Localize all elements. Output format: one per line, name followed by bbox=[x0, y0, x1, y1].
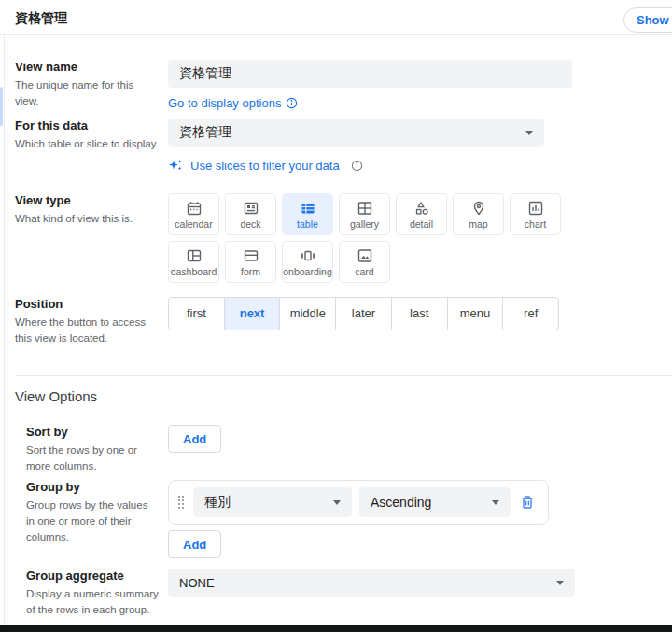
scrollbar-thumb[interactable] bbox=[0, 87, 3, 126]
group-aggregate-description: Display a numeric summary of the rows in… bbox=[26, 586, 159, 618]
view-type-calendar[interactable]: calendar bbox=[168, 193, 219, 235]
group-aggregate-label: Group aggregate bbox=[26, 569, 159, 583]
group-by-row: Group by Group rows by the values in one… bbox=[15, 480, 672, 558]
view-type-form[interactable]: form bbox=[225, 241, 276, 283]
view-type-onboarding[interactable]: onboarding bbox=[282, 241, 333, 283]
view-type-label: View type bbox=[15, 193, 159, 208]
drag-handle-icon[interactable] bbox=[176, 494, 186, 511]
view-type-dashboard[interactable]: dashboard bbox=[168, 241, 219, 283]
view-type-chart[interactable]: chart bbox=[510, 193, 561, 235]
dashboard-icon bbox=[185, 246, 203, 265]
for-this-data-description: Which table or slice to display. bbox=[15, 136, 159, 152]
view-type-table[interactable]: table bbox=[282, 193, 333, 235]
position-ref[interactable]: ref bbox=[502, 298, 558, 330]
sort-by-description: Sort the rows by one or more columns. bbox=[26, 442, 159, 474]
info-icon[interactable] bbox=[286, 97, 298, 109]
group-by-description: Group rows by the values in one or more … bbox=[26, 498, 159, 545]
view-name-description: The unique name for this view. bbox=[15, 77, 159, 109]
info-icon[interactable] bbox=[351, 160, 363, 172]
table-icon bbox=[299, 199, 317, 218]
chart-icon bbox=[526, 199, 545, 218]
use-slices-link[interactable]: Use slices to filter your data bbox=[168, 158, 363, 173]
sort-by-label: Sort by bbox=[26, 425, 159, 440]
view-type-deck[interactable]: deck bbox=[225, 193, 276, 235]
gallery-icon bbox=[356, 199, 374, 218]
chevron-down-icon bbox=[525, 131, 533, 135]
view-name-label: View name bbox=[15, 60, 159, 75]
view-type-tiles: calendar deck bbox=[168, 193, 567, 283]
view-options-section-title: View Options bbox=[15, 388, 672, 404]
group-aggregate-row: Group aggregate Display a numeric summar… bbox=[15, 569, 672, 618]
view-type-description: What kind of view this is. bbox=[15, 211, 159, 227]
deck-icon bbox=[242, 199, 260, 218]
position-first[interactable]: first bbox=[169, 298, 224, 330]
group-by-order-select[interactable]: Ascending bbox=[359, 487, 511, 517]
view-name-input[interactable] bbox=[168, 60, 572, 88]
for-this-data-select[interactable]: 資格管理 bbox=[168, 119, 544, 147]
detail-icon bbox=[413, 199, 431, 218]
view-type-detail[interactable]: detail bbox=[396, 193, 447, 235]
calendar-icon bbox=[185, 199, 203, 218]
sort-by-row: Sort by Sort the rows by one or more col… bbox=[15, 425, 672, 474]
card-icon bbox=[356, 246, 374, 265]
position-later[interactable]: later bbox=[335, 298, 391, 330]
position-label: Position bbox=[15, 297, 159, 312]
view-type-row: View type What kind of view this is. cal… bbox=[15, 193, 672, 283]
position-middle[interactable]: middle bbox=[279, 298, 335, 330]
position-last[interactable]: last bbox=[391, 298, 447, 330]
view-type-gallery[interactable]: gallery bbox=[339, 193, 390, 235]
bottom-edge-bar bbox=[0, 625, 672, 632]
chevron-down-icon bbox=[556, 581, 564, 585]
view-type-map[interactable]: map bbox=[453, 193, 504, 235]
map-pin-icon bbox=[469, 199, 488, 218]
group-by-item-card: 種別 Ascending bbox=[168, 480, 549, 525]
position-row: Position Where the button to access this… bbox=[15, 297, 672, 346]
position-description: Where the button to access this view is … bbox=[15, 315, 159, 346]
for-this-data-row: For this data Which table or slice to di… bbox=[15, 119, 672, 176]
form-icon bbox=[242, 246, 260, 265]
section-divider bbox=[15, 375, 672, 376]
for-this-data-label: For this data bbox=[15, 119, 159, 133]
view-type-card[interactable]: card bbox=[339, 241, 390, 283]
group-aggregate-select[interactable]: NONE bbox=[168, 569, 575, 597]
onboarding-icon bbox=[299, 246, 317, 265]
position-next[interactable]: next bbox=[224, 298, 280, 330]
display-options-link[interactable]: Go to display options bbox=[168, 96, 298, 110]
position-menu[interactable]: menu bbox=[447, 298, 503, 330]
sparkle-icon bbox=[168, 158, 183, 173]
panel-left-border bbox=[4, 35, 5, 625]
delete-group-by-button[interactable] bbox=[518, 490, 542, 514]
panel-header: 資格管理 Show in p bbox=[0, 0, 672, 35]
show-in-preview-button[interactable]: Show in p bbox=[623, 7, 672, 33]
view-name-row: View name The unique name for this view.… bbox=[15, 60, 672, 110]
chevron-down-icon bbox=[492, 500, 499, 505]
trash-icon bbox=[518, 493, 542, 512]
sort-by-add-button[interactable]: Add bbox=[168, 425, 221, 453]
group-by-column-select[interactable]: 種別 bbox=[193, 487, 352, 517]
chevron-down-icon bbox=[333, 500, 341, 505]
group-by-label: Group by bbox=[26, 480, 159, 495]
view-settings-form: View name The unique name for this view.… bbox=[0, 35, 672, 346]
view-title: 資格管理 bbox=[15, 10, 67, 27]
position-segmented-control: first next middle later last menu ref bbox=[168, 297, 559, 330]
group-by-add-button[interactable]: Add bbox=[168, 530, 221, 558]
